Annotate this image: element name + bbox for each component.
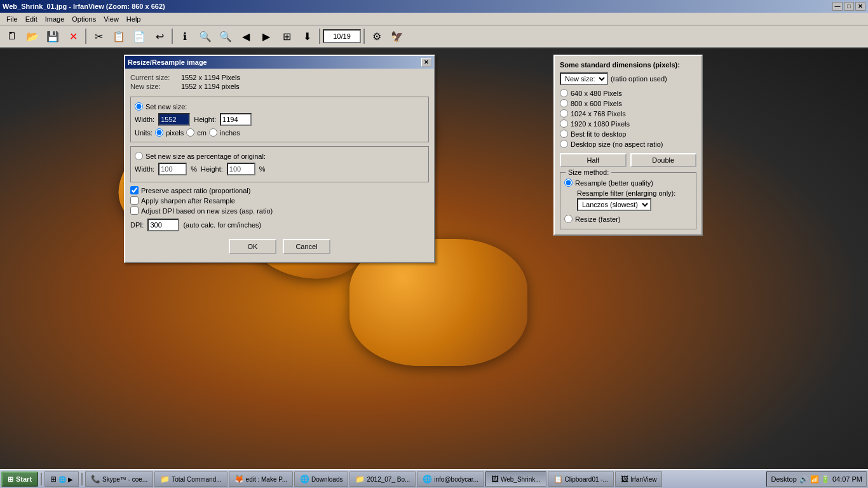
- width-height-row: Width: Height:: [135, 113, 424, 126]
- desktop-size-radio[interactable]: [560, 140, 568, 148]
- resample-filter-label: Resample filter (enlarging only):: [577, 189, 692, 197]
- dim-640-radio[interactable]: [560, 89, 568, 97]
- tb-cut-button[interactable]: ✂: [89, 27, 108, 45]
- taskbar-icon-group: ⊞: [50, 475, 57, 484]
- tb-new-button[interactable]: 🗒: [3, 27, 22, 45]
- dim-1920-label: 1920 x 1080 Pixels: [571, 120, 630, 128]
- skype-icon: 📞: [91, 475, 100, 484]
- pct-symbol-1: %: [191, 165, 197, 173]
- dim-1920-radio[interactable]: [560, 119, 568, 128]
- menu-view[interactable]: View: [100, 14, 123, 24]
- taskbar-clipboard[interactable]: 📋 Clipboard01 -...: [548, 471, 614, 487]
- taskbar-firefox[interactable]: 🦊 edit : Make P...: [229, 471, 293, 487]
- tb-plugin-button[interactable]: 🦅: [388, 27, 407, 45]
- minimize-button[interactable]: —: [832, 2, 843, 11]
- half-button[interactable]: Half: [560, 153, 627, 167]
- tb-prev-button[interactable]: ◀: [236, 27, 255, 45]
- current-size-row: Current size: 1552 x 1194 Pixels: [130, 74, 429, 81]
- start-label: Start: [16, 475, 32, 483]
- tb-undo-button[interactable]: ↩: [150, 27, 169, 45]
- tb-zoom-out-button[interactable]: 🔍: [216, 27, 235, 45]
- units-label: Units:: [135, 129, 153, 137]
- tb-fullscreen-button[interactable]: ⬇: [297, 27, 316, 45]
- height-input[interactable]: [220, 113, 252, 126]
- dim-640-label: 640 x 480 Pixels: [571, 90, 622, 97]
- taskbar-folder[interactable]: 📁 2012_07_ Bo...: [349, 471, 416, 487]
- double-button[interactable]: Double: [630, 153, 697, 167]
- best-fit-row: Best fit to desktop: [560, 130, 696, 138]
- preserve-aspect-checkbox[interactable]: [130, 186, 139, 194]
- menu-options[interactable]: Options: [68, 14, 100, 24]
- adjust-dpi-checkbox[interactable]: [130, 207, 139, 215]
- pct-width-height-row: Width: % Height: %: [135, 163, 424, 175]
- dpi-input[interactable]: [147, 219, 179, 231]
- new-size-value: 1552 x 1194 pixels: [181, 83, 240, 90]
- tb-save-button[interactable]: 💾: [43, 27, 62, 45]
- percentage-radio[interactable]: [135, 152, 143, 160]
- tb-open-button[interactable]: 📂: [23, 27, 42, 45]
- resample-radio-row: Resample (better quality): [564, 179, 692, 187]
- menu-bar: File Edit Image Options View Help: [0, 13, 868, 25]
- downloads-icon: 🌐: [300, 475, 309, 484]
- dpi-row: DPI: (auto calc. for cm/inches): [130, 219, 429, 231]
- dim-800-radio[interactable]: [560, 99, 568, 107]
- irfan-active-icon: 🖼: [491, 475, 499, 484]
- width-input[interactable]: [158, 113, 190, 126]
- tb-close-button[interactable]: ✕: [64, 27, 83, 45]
- system-tray: Desktop 🔊 📶 🔋 04:07 PM: [766, 471, 867, 487]
- taskbar-irfan-active[interactable]: 🖼 Web_Shrink...: [485, 471, 546, 487]
- std-dim-dropdown[interactable]: New size: Original: Custom:: [560, 72, 608, 85]
- skype-label: Skype™ - coe...: [102, 476, 147, 483]
- resample-label: Resample (better quality): [575, 179, 653, 187]
- taskbar-sep-2: [81, 473, 83, 485]
- maximize-button[interactable]: □: [844, 2, 854, 11]
- set-new-size-radio[interactable]: [135, 102, 143, 111]
- height-label: Height:: [194, 116, 216, 123]
- taskbar-downloads[interactable]: 🌐 Downloads: [294, 471, 348, 487]
- resize-radio[interactable]: [564, 215, 573, 223]
- dialog-close-button[interactable]: ✕: [421, 58, 431, 67]
- start-button[interactable]: ⊞ Start: [1, 471, 38, 487]
- tb-next-button[interactable]: ▶: [257, 27, 276, 45]
- irfan2-label: IrfanView: [630, 476, 657, 483]
- size-method-box: Size method: Resample (better quality) R…: [560, 172, 696, 229]
- units-row: Units: pixels cm inches: [135, 128, 424, 137]
- close-button[interactable]: ✕: [855, 2, 865, 11]
- tb-info-button[interactable]: ℹ: [175, 27, 194, 45]
- pct-height-label: Height:: [201, 165, 223, 173]
- taskbar-icons-group[interactable]: ⊞ 🌐 ▶: [44, 471, 79, 487]
- taskbar-irfan2[interactable]: 🖼 IrfanView: [615, 471, 663, 487]
- pct-height-input[interactable]: [227, 163, 255, 175]
- total-cmd-icon: 📁: [160, 475, 170, 484]
- apply-sharpen-row: Apply sharpen after Resample: [130, 196, 429, 205]
- apply-sharpen-checkbox[interactable]: [130, 196, 139, 205]
- menu-help[interactable]: Help: [123, 14, 145, 24]
- percentage-label: Set new size as percentage of original:: [146, 152, 266, 160]
- toolbar-separator-4: [363, 29, 365, 44]
- dim-1024-radio[interactable]: [560, 109, 568, 118]
- dim-1024-row: 1024 x 768 Pixels: [560, 109, 696, 118]
- pixels-radio[interactable]: [155, 128, 163, 137]
- pct-width-input[interactable]: [158, 163, 187, 175]
- tb-settings-button[interactable]: ⚙: [367, 27, 386, 45]
- dpi-label: DPI:: [130, 221, 144, 229]
- tb-zoom-in-button[interactable]: 🔍: [196, 27, 215, 45]
- taskbar-bodycar[interactable]: 🌐 info@bodycar...: [417, 471, 484, 487]
- ok-button[interactable]: OK: [229, 239, 276, 254]
- menu-image[interactable]: Image: [41, 14, 69, 24]
- taskbar-total-cmd[interactable]: 📁 Total Command...: [154, 471, 227, 487]
- tb-copy-button[interactable]: 📋: [109, 27, 128, 45]
- taskbar-skype[interactable]: 📞 Skype™ - coe...: [85, 471, 153, 487]
- tb-thumb-button[interactable]: ⊞: [277, 27, 296, 45]
- inches-radio[interactable]: [209, 128, 217, 137]
- resample-radio[interactable]: [564, 179, 573, 187]
- menu-edit[interactable]: Edit: [22, 14, 41, 24]
- best-fit-radio[interactable]: [560, 130, 568, 138]
- resample-filter-select[interactable]: Lanczos (slowest) Mitchell Catmull-Rom B…: [577, 198, 651, 211]
- cm-radio[interactable]: [186, 128, 194, 137]
- tb-paste-button[interactable]: 📄: [130, 27, 149, 45]
- menu-file[interactable]: File: [3, 14, 22, 24]
- cancel-button[interactable]: Cancel: [283, 239, 330, 254]
- pct-width-label: Width:: [135, 165, 154, 173]
- pct-symbol-2: %: [259, 165, 266, 173]
